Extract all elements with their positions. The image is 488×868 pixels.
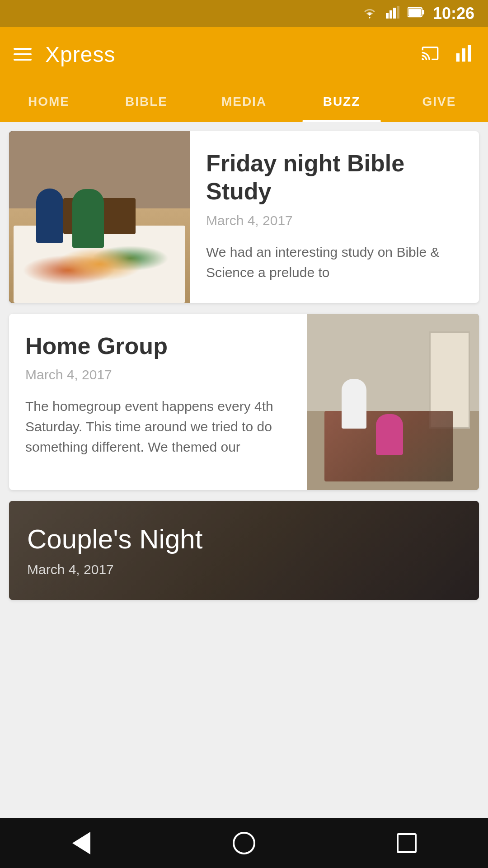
svg-rect-7 (456, 53, 460, 61)
svg-rect-8 (462, 48, 465, 61)
status-icons: 10:26 (361, 4, 474, 23)
content-area: Friday night Bible Study March 4, 2017 W… (0, 122, 488, 832)
photo-scene-1 (9, 131, 190, 303)
svg-rect-9 (468, 45, 471, 62)
recents-square-icon (397, 833, 417, 853)
card-couples-night[interactable]: Couple's Night March 4, 2017 (9, 501, 479, 600)
card-couples-night-date: March 4, 2017 (27, 562, 202, 577)
battery-icon (408, 6, 425, 22)
tab-home[interactable]: HOME (0, 81, 98, 122)
bottom-nav (0, 818, 488, 868)
card-friday-night-excerpt: We had an interesting study on Bible & S… (206, 242, 463, 283)
tab-give[interactable]: GIVE (390, 81, 488, 122)
app-bar-right (419, 43, 474, 65)
nav-tabs: HOME BIBLE MEDIA BUZZ GIVE (0, 81, 488, 122)
tab-bible[interactable]: BIBLE (98, 81, 195, 122)
svg-rect-0 (386, 13, 389, 19)
card-home-group-content: Home Group March 4, 2017 The homegroup e… (9, 314, 307, 490)
svg-rect-5 (422, 10, 424, 14)
svg-rect-3 (397, 6, 399, 19)
analytics-icon[interactable] (455, 43, 474, 65)
menu-icon[interactable] (14, 48, 32, 61)
card-friday-night-date: March 4, 2017 (206, 213, 463, 228)
wifi-icon (361, 6, 378, 22)
cast-icon[interactable] (419, 44, 441, 64)
status-time: 10:26 (433, 4, 474, 23)
app-title: Xpress (45, 42, 115, 67)
svg-rect-1 (389, 10, 392, 19)
card-couples-night-content: Couple's Night March 4, 2017 (9, 501, 221, 600)
app-bar: Xpress (0, 27, 488, 81)
card-friday-night[interactable]: Friday night Bible Study March 4, 2017 W… (9, 131, 479, 303)
tab-buzz[interactable]: BUZZ (293, 81, 390, 122)
card-friday-night-title: Friday night Bible Study (206, 149, 463, 206)
card-couples-night-title: Couple's Night (27, 524, 202, 555)
photo-scene-2 (307, 314, 479, 490)
card-home-group[interactable]: Home Group March 4, 2017 The homegroup e… (9, 314, 479, 490)
svg-rect-6 (408, 9, 421, 16)
back-triangle-icon (72, 832, 90, 854)
app-bar-left: Xpress (14, 42, 115, 67)
card-home-group-image (307, 314, 479, 490)
tab-media[interactable]: MEDIA (195, 81, 293, 122)
card-friday-night-image (9, 131, 190, 303)
nav-back-button[interactable] (63, 825, 99, 861)
svg-rect-2 (393, 8, 396, 19)
card-friday-night-content: Friday night Bible Study March 4, 2017 W… (190, 131, 479, 303)
status-bar: 10:26 (0, 0, 488, 27)
card-home-group-date: March 4, 2017 (25, 367, 291, 382)
card-home-group-title: Home Group (25, 332, 291, 360)
card-home-group-excerpt: The homegroup event happens every 4th Sa… (25, 396, 291, 457)
home-circle-icon (233, 832, 255, 854)
signal-icon (386, 6, 399, 22)
nav-recents-button[interactable] (389, 825, 425, 861)
nav-home-button[interactable] (226, 825, 262, 861)
